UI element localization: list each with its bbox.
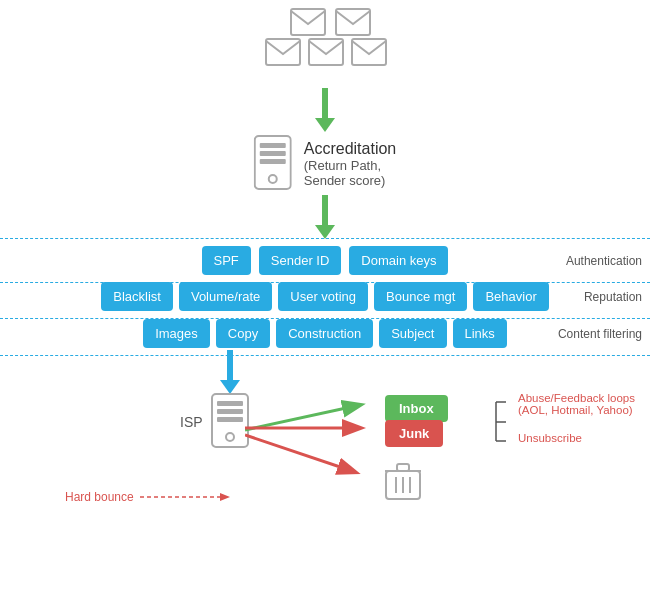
accreditation-block: Accreditation (Return Path, Sender score… — [254, 135, 397, 193]
spf-button[interactable]: SPF — [202, 246, 251, 275]
authentication-label: Authentication — [566, 254, 642, 268]
construction-button[interactable]: Construction — [276, 319, 373, 348]
svg-rect-3 — [309, 39, 343, 65]
email-diagram: Accreditation (Return Path, Sender score… — [0, 0, 650, 600]
svg-point-14 — [226, 433, 234, 441]
content-filtering-row: Images Copy Construction Subject Links C… — [0, 312, 650, 356]
svg-rect-11 — [217, 401, 243, 406]
svg-rect-0 — [291, 9, 325, 35]
sender-id-button[interactable]: Sender ID — [259, 246, 342, 275]
email-icon-3 — [265, 38, 301, 66]
svg-rect-7 — [260, 151, 286, 156]
unsubscribe-label: Unsubscribe — [518, 432, 635, 444]
svg-rect-4 — [352, 39, 386, 65]
inbox-label: Inbox — [385, 395, 448, 422]
isp-label: ISP — [180, 414, 203, 430]
junk-label: Junk — [385, 420, 443, 447]
arrow-2 — [315, 195, 335, 239]
svg-point-9 — [269, 175, 277, 183]
svg-rect-8 — [260, 159, 286, 164]
domain-keys-button[interactable]: Domain keys — [349, 246, 448, 275]
isp-block: ISP — [180, 393, 249, 451]
svg-rect-1 — [336, 9, 370, 35]
arrow-1 — [315, 88, 335, 132]
email-cluster — [260, 8, 390, 83]
reputation-label: Reputation — [584, 290, 642, 304]
feedback-loops-label1: Abuse/Feedback loops — [518, 392, 635, 404]
email-icon-4 — [308, 38, 344, 66]
email-icon-1 — [290, 8, 326, 36]
accreditation-label: Accreditation — [304, 140, 397, 158]
blacklist-button[interactable]: Blacklist — [101, 282, 173, 311]
volume-rate-button[interactable]: Volume/rate — [179, 282, 272, 311]
email-icon-2 — [335, 8, 371, 36]
server-device-icon — [254, 135, 292, 193]
svg-marker-29 — [220, 493, 230, 501]
hard-bounce-label: Hard bounce — [65, 490, 230, 504]
feedback-annotation: Abuse/Feedback loops (AOL, Hotmail, Yaho… — [492, 392, 635, 449]
images-button[interactable]: Images — [143, 319, 210, 348]
copy-button[interactable]: Copy — [216, 319, 270, 348]
svg-rect-13 — [217, 417, 243, 422]
accreditation-sublabel: (Return Path, Sender score) — [304, 158, 397, 188]
svg-line-17 — [245, 435, 355, 472]
inbox-outcome: Inbox — [385, 395, 448, 422]
arrow-3 — [220, 350, 240, 394]
user-voting-button[interactable]: User voting — [278, 282, 368, 311]
behavior-button[interactable]: Behavior — [473, 282, 548, 311]
junk-outcome: Junk — [385, 420, 443, 447]
isp-server-icon — [211, 393, 249, 451]
svg-rect-6 — [260, 143, 286, 148]
email-icon-5 — [351, 38, 387, 66]
svg-rect-12 — [217, 409, 243, 414]
arrow-to-trash — [245, 430, 375, 483]
feedback-loops-label2: (AOL, Hotmail, Yahoo) — [518, 404, 635, 416]
links-button[interactable]: Links — [453, 319, 507, 348]
content-filtering-label: Content filtering — [558, 327, 642, 341]
svg-rect-20 — [397, 464, 409, 471]
bounce-mgt-button[interactable]: Bounce mgt — [374, 282, 467, 311]
svg-rect-2 — [266, 39, 300, 65]
trash-outcome — [385, 463, 421, 504]
subject-button[interactable]: Subject — [379, 319, 446, 348]
